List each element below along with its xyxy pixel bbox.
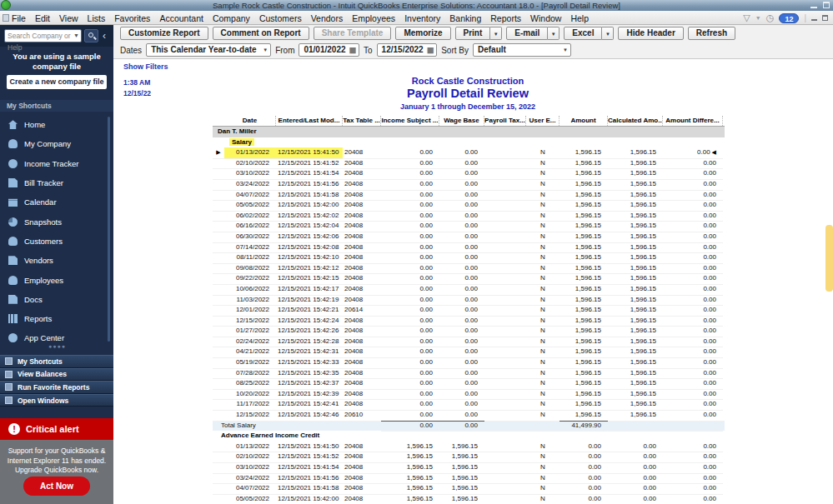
sidebar-item-reports[interactable]: Reports	[0, 309, 113, 328]
table-row[interactable]: 02/10/202212/15/2021 15:41:52204081,596.…	[213, 452, 725, 462]
menu-item-reports[interactable]: Reports	[490, 13, 521, 23]
column-header-user-e[interactable]: User E...	[526, 116, 560, 126]
bottom-nav-view-balances[interactable]: View Balances	[0, 368, 113, 382]
act-now-button[interactable]: Act Now	[23, 477, 90, 496]
table-row[interactable]: 03/24/202212/15/2021 15:41:56204081,596.…	[213, 473, 725, 484]
table-row[interactable]: 09/22/202212/15/2021 15:42:15204080.000.…	[213, 273, 725, 284]
print-dropdown-icon[interactable]: ▼	[490, 27, 502, 40]
table-row[interactable]: 09/08/202212/15/2021 15:42:12204080.000.…	[213, 263, 725, 274]
table-row[interactable]: 02/24/202212/15/2021 15:42:28204080.000.…	[213, 337, 725, 347]
column-header-amount[interactable]: Amount	[560, 116, 608, 126]
table-row[interactable]: 05/05/202212/15/2021 15:42:00204081,596.…	[213, 494, 725, 504]
sidebar-item-snapshots[interactable]: Snapshots	[0, 212, 113, 231]
to-date-input[interactable]: 12/15/2022▦	[377, 43, 438, 57]
feedback-icon[interactable]: ▽	[743, 12, 750, 24]
menu-item-lists[interactable]: Lists	[88, 13, 106, 23]
table-row[interactable]: 02/10/202212/15/2021 15:41:52204080.000.…	[213, 158, 725, 169]
sidebar-item-home[interactable]: Home	[0, 115, 113, 134]
table-row[interactable]: 06/16/202212/15/2021 15:42:04204080.000.…	[213, 221, 725, 232]
menu-item-help[interactable]: Help	[570, 13, 589, 23]
sidebar-item-customers[interactable]: Customers	[0, 232, 113, 251]
reminders-count-badge[interactable]: 12	[779, 13, 799, 23]
vertical-scrollbar-thumb[interactable]	[825, 225, 833, 292]
menu-item-banking[interactable]: Banking	[449, 13, 481, 23]
bottom-nav-my-shortcuts[interactable]: My Shortcuts	[0, 355, 113, 368]
window-minimize-icon[interactable]	[810, 2, 817, 8]
table-row[interactable]: 12/15/202212/15/2021 15:42:24204080.000.…	[213, 316, 725, 327]
comment-on-report-button[interactable]: Comment on Report	[213, 27, 309, 40]
table-row[interactable]: 01/27/202212/15/2021 15:42:26204080.000.…	[213, 326, 725, 337]
report-window-icon[interactable]	[3, 14, 9, 22]
sidebar-item-bill-tracker[interactable]: Bill Tracker	[0, 173, 113, 192]
chevron-down-icon[interactable]: ▼	[755, 15, 761, 21]
sortby-select[interactable]: Default▼	[473, 43, 571, 57]
sidebar-scrollbar[interactable]	[108, 117, 110, 342]
print-button[interactable]: Print	[455, 27, 491, 40]
from-date-input[interactable]: 01/01/2022▦	[299, 43, 359, 57]
menu-item-file[interactable]: File	[12, 13, 26, 23]
reminders-clock-icon[interactable]: ◷	[766, 12, 775, 24]
excel-button[interactable]: Excel	[564, 27, 602, 40]
menu-item-vendors[interactable]: Vendors	[311, 13, 344, 23]
table-row[interactable]: 03/10/202212/15/2021 15:41:54204080.000.…	[213, 168, 725, 179]
table-row[interactable]: 06/30/202212/15/2021 15:42:06204080.000.…	[213, 232, 725, 242]
menu-item-view[interactable]: View	[59, 13, 78, 23]
table-row[interactable]: 04/07/202212/15/2021 15:41:58204080.000.…	[213, 190, 725, 201]
table-row[interactable]: 04/21/202212/15/2021 15:42:31204080.000.…	[213, 347, 725, 357]
table-row[interactable]: 05/19/202212/15/2021 15:42:33204080.000.…	[213, 357, 725, 368]
child-restore-icon[interactable]	[822, 15, 828, 21]
menu-item-inventory[interactable]: Inventory	[404, 13, 440, 23]
search-button[interactable]	[84, 29, 98, 42]
sidebar-collapse-icon[interactable]: ‹	[103, 29, 106, 42]
excel-dropdown-icon[interactable]: ▼	[602, 27, 614, 40]
search-dropdown-caret-icon[interactable]: ▼	[73, 30, 79, 42]
column-header-wage-base[interactable]: Wage Base	[439, 116, 484, 126]
sidebar-item-income-tracker[interactable]: Income Tracker	[0, 154, 113, 173]
table-row[interactable]: 03/10/202212/15/2021 15:41:54204081,596.…	[213, 462, 725, 473]
sidebar-resize-handle[interactable]: ●●●●	[48, 343, 66, 349]
table-row[interactable]: 10/20/202212/15/2021 15:42:39204080.000.…	[213, 389, 725, 400]
table-row[interactable]: 04/07/202212/15/2021 15:41:58204081,596.…	[213, 483, 725, 494]
show-filters-link[interactable]: Show Filters	[123, 62, 168, 71]
table-row[interactable]: 07/28/202212/15/2021 15:42:35204080.000.…	[213, 368, 725, 379]
table-row[interactable]: 12/01/202212/15/2021 15:42:21206140.000.…	[213, 305, 725, 316]
table-row[interactable]: 06/02/202212/15/2021 15:42:02204080.000.…	[213, 211, 725, 222]
create-company-file-button[interactable]: Create a new company file	[7, 75, 107, 89]
table-row[interactable]: 03/24/202212/15/2021 15:41:56204080.000.…	[213, 179, 725, 190]
search-input[interactable]: Search Company or Help ▼	[4, 29, 82, 42]
customize-report-button[interactable]: Customize Report	[120, 27, 208, 40]
table-row[interactable]: 01/13/202212/15/2021 15:41:50204081,596.…	[213, 442, 725, 452]
column-header-amount-differe[interactable]: Amount Differe...	[663, 116, 723, 126]
table-row[interactable]: 10/06/202212/15/2021 15:42:17204080.000.…	[213, 284, 725, 295]
menu-item-employees[interactable]: Employees	[352, 13, 395, 23]
menu-item-company[interactable]: Company	[213, 13, 250, 23]
column-header-income-subject[interactable]: Income Subject ...	[381, 116, 439, 126]
menu-item-favorites[interactable]: Favorites	[114, 13, 150, 23]
refresh-button[interactable]: Refresh	[688, 27, 735, 40]
column-header-date[interactable]: Date	[224, 116, 276, 126]
e-mail-button[interactable]: E-mail	[506, 27, 548, 40]
menu-item-window[interactable]: Window	[530, 13, 561, 23]
table-row[interactable]: 11/17/202212/15/2021 15:42:41204080.000.…	[213, 399, 725, 410]
column-header-tax-table[interactable]: Tax Table ...	[343, 116, 381, 126]
hide-header-button[interactable]: Hide Header	[618, 27, 683, 40]
table-row[interactable]: 05/05/202212/15/2021 15:42:00204080.000.…	[213, 200, 725, 211]
sidebar-item-docs[interactable]: Docs	[0, 290, 113, 309]
column-header-entered-last-mod[interactable]: Entered/Last Mod...	[276, 116, 343, 126]
table-row[interactable]: 08/11/202212/15/2021 15:42:10204080.000.…	[213, 252, 725, 263]
bottom-nav-open-windows[interactable]: Open Windows	[0, 394, 113, 407]
window-restore-icon[interactable]	[823, 2, 830, 8]
column-header-calculated-amo[interactable]: Calculated Amo...	[608, 116, 663, 126]
sidebar-item-my-company[interactable]: My Company	[0, 134, 113, 153]
menu-item-accountant[interactable]: Accountant	[159, 13, 203, 23]
table-row[interactable]: 07/14/202212/15/2021 15:42:08204080.000.…	[213, 242, 725, 253]
memorize-button[interactable]: Memorize	[395, 27, 450, 40]
table-row[interactable]: 11/03/202212/15/2021 15:42:19204080.000.…	[213, 295, 725, 306]
child-minimize-icon[interactable]	[811, 15, 817, 21]
sidebar-item-calendar[interactable]: Calendar	[0, 192, 113, 212]
e-mail-dropdown-icon[interactable]: ▼	[548, 27, 560, 40]
table-row[interactable]: 08/25/202212/15/2021 15:42:37204080.000.…	[213, 378, 725, 389]
table-row[interactable]: ▶01/13/202212/15/2021 15:41:50204080.000…	[213, 147, 725, 158]
table-row[interactable]: 12/15/202212/15/2021 15:42:46206100.000.…	[213, 410, 725, 421]
dates-select[interactable]: This Calendar Year-to-date▼	[146, 43, 271, 57]
